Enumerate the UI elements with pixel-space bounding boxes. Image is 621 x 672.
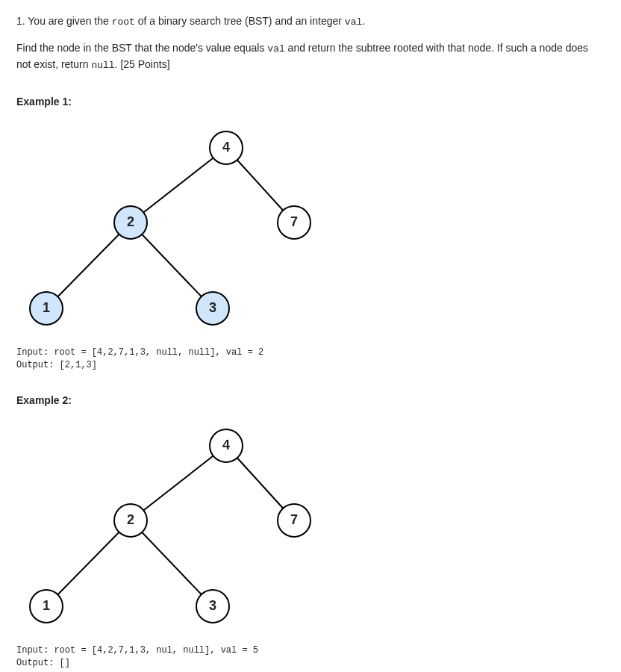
example-1-tree: 4 2 7 1 3 <box>16 118 330 342</box>
tree-node-3: 3 <box>196 291 230 326</box>
svg-line-2 <box>46 223 131 308</box>
problem-line-1: 1. You are given the root of a binary se… <box>16 13 605 30</box>
example-1-io: Input: root = [4,2,7,1,3, null, null], v… <box>16 346 605 372</box>
tree-node-4: 4 <box>209 131 243 165</box>
problem-statement: 1. You are given the root of a binary se… <box>16 13 605 73</box>
text: 1. You are given the <box>16 15 112 27</box>
code-val: val <box>267 43 284 55</box>
code-val: val <box>345 16 362 28</box>
tree-node-7: 7 <box>277 205 311 240</box>
tree-node-1: 1 <box>29 291 63 326</box>
text: . <box>362 15 365 27</box>
text: of a binary search tree (BST) and an int… <box>135 15 345 27</box>
code-null: null <box>91 60 114 71</box>
svg-line-6 <box>46 520 131 606</box>
example-2-heading: Example 2: <box>16 393 605 409</box>
example-1-heading: Example 1: <box>16 94 605 111</box>
text: Find the node in the BST that the node's… <box>16 42 267 54</box>
example-2-io: Input: root = [4,2,7,1,3, nul, null], va… <box>16 644 605 670</box>
tree-node-2: 2 <box>113 205 148 240</box>
example-2-tree: 4 2 7 1 3 <box>16 416 330 640</box>
code-root: root <box>112 16 135 28</box>
text: . [25 Points] <box>115 58 170 70</box>
svg-line-0 <box>131 148 226 223</box>
svg-line-4 <box>131 446 226 520</box>
problem-line-2: Find the node in the BST that the node's… <box>16 40 605 73</box>
